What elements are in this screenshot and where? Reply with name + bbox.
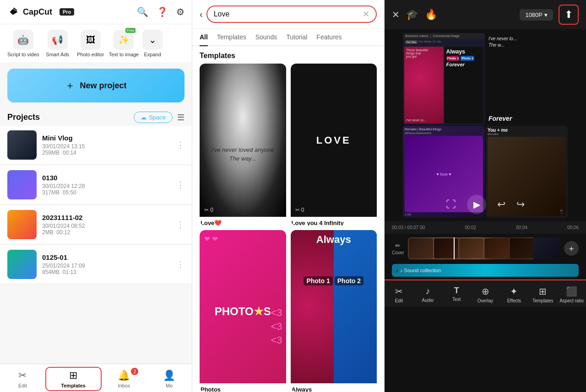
time-marker-6: 00:06	[567, 225, 579, 230]
search-input-wrapper: ✕	[206, 5, 377, 23]
template-card-love[interactable]: I've never loved anyoneThe way... ✂ 0 Lo…	[200, 64, 286, 226]
add-clip-button[interactable]: ＋	[564, 241, 579, 256]
template-thumb-always: Photo 1 Photo 2 Always	[291, 230, 377, 383]
play-button[interactable]: ▶	[467, 195, 486, 214]
audio-track[interactable]: ♪ ♪ Sound collection	[392, 264, 579, 277]
space-button[interactable]: ☁ Space	[134, 112, 173, 123]
me-nav-label: Me	[166, 383, 173, 388]
undo-button[interactable]: ↩	[497, 199, 505, 210]
tool-text-to-image[interactable]: ✨ Free Text to image	[109, 30, 139, 57]
project-meta: 30/01/2024 12:28 317MB 05:50	[42, 183, 171, 196]
timeline-track[interactable]	[408, 237, 560, 259]
expand-preview-button[interactable]: ⛶	[446, 199, 456, 210]
resolution-button[interactable]: 1080P ▾	[520, 9, 553, 21]
toolbar-effects-label: Effects	[507, 298, 521, 303]
tool-smart-ads-label: Smart Ads	[46, 52, 69, 57]
expand-tools-button[interactable]: ⌄ Expand	[142, 30, 163, 57]
toolbar-item-edit[interactable]: ✂ Edit	[385, 283, 413, 306]
tab-tutorial[interactable]: Tutorial	[286, 29, 307, 46]
tr-middle	[488, 48, 565, 115]
project-item[interactable]: Mini Vlog 30/01/2024 13:15 259MB 00:14 ⋮	[0, 126, 192, 165]
project-info: 20231111-02 30/01/2024 08:52 2MB 00:12	[42, 214, 171, 236]
tool-photo-editor[interactable]: 🖼 Photo editor	[76, 30, 105, 57]
editor-top-left: ✕ 🎓 🔥	[392, 9, 437, 21]
project-menu-icon[interactable]: ⋮	[176, 259, 184, 269]
me-nav-icon: 👤	[163, 370, 175, 381]
project-menu-icon[interactable]: ⋮	[176, 220, 184, 230]
template-info-love: Love❤️ #capcut #viral #trending #love #r…	[200, 217, 286, 226]
tool-photo-editor-label: Photo editor	[77, 52, 104, 57]
nav-item-edit[interactable]: ✂ Edit	[0, 367, 45, 391]
bottom-navigation: ✂ Edit ⊞ Templates 🔔 Inbox 2 👤 Me	[0, 364, 192, 392]
editor-top-right: 1080P ▾ ⬆	[520, 5, 579, 25]
sort-icon[interactable]: ☰	[177, 113, 184, 123]
search-back-button[interactable]: ‹	[200, 9, 203, 20]
help-icon[interactable]: ❓	[157, 6, 168, 17]
you-me-author: @usaltor	[488, 133, 566, 135]
toolbar-item-aspect-ratio[interactable]: ⬛ Aspect ratio	[557, 283, 586, 306]
mosaic-tr: I've never lo...The w... Forever	[486, 33, 568, 125]
forever-text: Forever	[488, 115, 512, 122]
project-menu-icon[interactable]: ⋮	[176, 180, 184, 190]
upload-button[interactable]: ⬆	[559, 5, 579, 25]
project-name: 20231111-02	[42, 214, 171, 221]
mini-sub-tabs: For You For TikTokAIUltr...	[403, 39, 485, 45]
photos-overlay-text: PHOTO★S	[215, 305, 271, 318]
mini-card-1: These beautifulthings thatyou got I've n…	[404, 47, 444, 124]
editor-school-icon[interactable]: 🎓	[406, 9, 418, 21]
cover-edit-icon[interactable]: ✏	[395, 242, 401, 249]
new-project-button[interactable]: ＋ New project	[7, 69, 184, 102]
template-info-photos: Photos	[200, 383, 286, 392]
expand-icon: ⌄	[142, 30, 163, 50]
nav-item-templates[interactable]: ⊞ Templates	[45, 367, 102, 391]
timeline-area: ✏ Cover ＋	[385, 234, 586, 263]
toolbar-item-effects[interactable]: ✦ Effects	[499, 283, 528, 306]
toolbar-edit-icon: ✂	[395, 286, 403, 297]
template-card-infinity[interactable]: LOVE ✂ 0 Love you 4 Infinity #infinity #…	[291, 64, 377, 226]
tool-script-to-video[interactable]: 🤖 Script to video	[7, 30, 39, 57]
toolbar-aspect-ratio-icon: ⬛	[566, 286, 577, 297]
toolbar-item-templates[interactable]: ⊞ Templates	[528, 283, 557, 306]
tab-all[interactable]: All	[200, 29, 208, 46]
tab-features[interactable]: Features	[316, 29, 342, 46]
project-item[interactable]: 0130 30/01/2024 12:28 317MB 05:50 ⋮	[0, 166, 192, 204]
toolbar-effects-icon: ✦	[510, 286, 518, 297]
project-thumb-0130	[7, 170, 37, 199]
search-clear-button[interactable]: ✕	[363, 9, 369, 19]
search-input[interactable]	[214, 10, 359, 18]
toolbar-item-overlay[interactable]: ⊕ Overlay	[471, 283, 500, 306]
settings-icon[interactable]: ⚙	[176, 6, 184, 17]
tab-templates[interactable]: Templates	[217, 29, 246, 46]
remake-label: Remake | Beautiful things	[405, 128, 483, 131]
toolbar-text-label: Text	[452, 297, 461, 302]
project-item[interactable]: 0125-01 25/01/2024 17:09 854MB 01:13 ⋮	[0, 245, 192, 284]
nav-item-inbox[interactable]: 🔔 Inbox 2	[102, 367, 147, 391]
nav-item-me[interactable]: 👤 Me	[146, 367, 192, 391]
search-bar: ‹ ✕	[192, 0, 384, 29]
search-icon[interactable]: 🔍	[137, 6, 148, 17]
inbox-badge: 2	[131, 368, 138, 375]
toolbar-item-audio[interactable]: ♪ Audio	[413, 283, 442, 306]
redo-button[interactable]: ↪	[516, 199, 525, 210]
template-title-always: Always	[292, 386, 376, 392]
template-info-infinity: Love you 4 Infinity #infinity #trend #re…	[291, 217, 377, 226]
projects-title: Projects	[7, 113, 40, 122]
editor-close-button[interactable]: ✕	[392, 9, 400, 20]
editor-fire-icon[interactable]: 🔥	[425, 9, 437, 21]
project-list: Mini Vlog 30/01/2024 13:15 259MB 00:14 ⋮…	[0, 126, 192, 364]
results-label: Templates	[192, 46, 384, 64]
new-project-label: New project	[80, 81, 126, 91]
heart-left	[291, 230, 334, 383]
inbox-nav-icon: 🔔	[118, 370, 130, 381]
tab-sounds[interactable]: Sounds	[255, 29, 277, 46]
template-card-always[interactable]: Photo 1 Photo 2 Always Always	[291, 230, 377, 392]
templates-nav-label: Templates	[61, 383, 86, 388]
project-menu-icon[interactable]: ⋮	[176, 140, 184, 150]
tool-smart-ads[interactable]: 📢 Smart Ads	[43, 30, 72, 57]
project-item[interactable]: 20231111-02 30/01/2024 08:52 2MB 00:12 ⋮	[0, 205, 192, 244]
template-card-photos[interactable]: ❤ ❤ PHOTO★S <3<3<3 Photos	[200, 230, 286, 392]
time-marker-4: 00:04	[516, 225, 527, 230]
top-icons: 🔍 ❓ ⚙	[137, 6, 184, 17]
tools-bar: 🤖 Script to video 📢 Smart Ads 🖼 Photo ed…	[0, 24, 192, 63]
toolbar-item-text[interactable]: T Text	[442, 283, 471, 306]
